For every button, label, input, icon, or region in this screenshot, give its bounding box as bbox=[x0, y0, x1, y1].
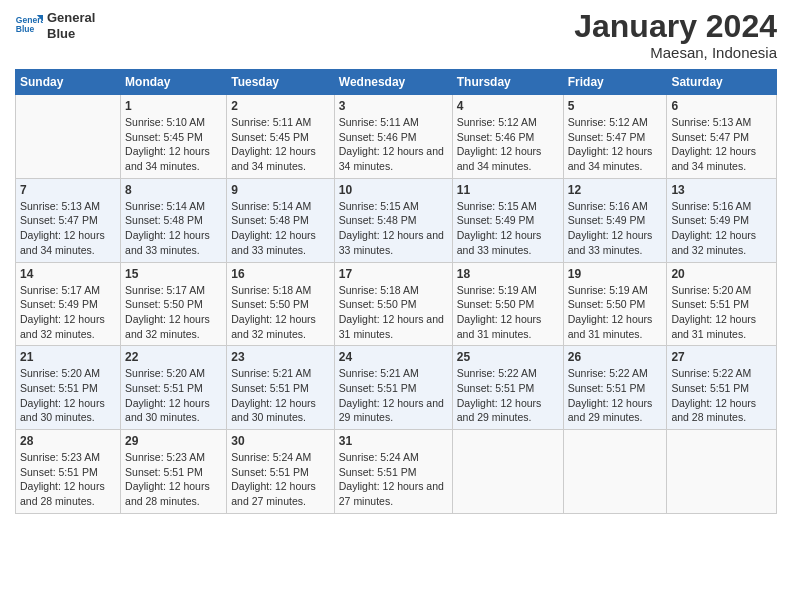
day-number: 27 bbox=[671, 350, 772, 364]
day-info: Sunrise: 5:18 AMSunset: 5:50 PMDaylight:… bbox=[339, 283, 448, 342]
calendar-cell: 13Sunrise: 5:16 AMSunset: 5:49 PMDayligh… bbox=[667, 178, 777, 262]
week-row-4: 21Sunrise: 5:20 AMSunset: 5:51 PMDayligh… bbox=[16, 346, 777, 430]
calendar-table: SundayMondayTuesdayWednesdayThursdayFrid… bbox=[15, 69, 777, 514]
week-row-2: 7Sunrise: 5:13 AMSunset: 5:47 PMDaylight… bbox=[16, 178, 777, 262]
day-info: Sunrise: 5:13 AMSunset: 5:47 PMDaylight:… bbox=[20, 199, 116, 258]
calendar-cell: 18Sunrise: 5:19 AMSunset: 5:50 PMDayligh… bbox=[452, 262, 563, 346]
logo-text: General Blue bbox=[47, 10, 95, 41]
day-info: Sunrise: 5:15 AMSunset: 5:48 PMDaylight:… bbox=[339, 199, 448, 258]
title-section: January 2024 Maesan, Indonesia bbox=[574, 10, 777, 61]
day-info: Sunrise: 5:20 AMSunset: 5:51 PMDaylight:… bbox=[20, 366, 116, 425]
day-info: Sunrise: 5:22 AMSunset: 5:51 PMDaylight:… bbox=[671, 366, 772, 425]
day-info: Sunrise: 5:17 AMSunset: 5:50 PMDaylight:… bbox=[125, 283, 222, 342]
column-header-monday: Monday bbox=[121, 70, 227, 95]
month-title: January 2024 bbox=[574, 10, 777, 42]
day-number: 16 bbox=[231, 267, 330, 281]
calendar-cell: 17Sunrise: 5:18 AMSunset: 5:50 PMDayligh… bbox=[334, 262, 452, 346]
calendar-cell: 31Sunrise: 5:24 AMSunset: 5:51 PMDayligh… bbox=[334, 430, 452, 514]
calendar-cell: 4Sunrise: 5:12 AMSunset: 5:46 PMDaylight… bbox=[452, 95, 563, 179]
column-header-tuesday: Tuesday bbox=[227, 70, 335, 95]
day-number: 20 bbox=[671, 267, 772, 281]
calendar-cell bbox=[667, 430, 777, 514]
day-info: Sunrise: 5:16 AMSunset: 5:49 PMDaylight:… bbox=[568, 199, 663, 258]
week-row-1: 1Sunrise: 5:10 AMSunset: 5:45 PMDaylight… bbox=[16, 95, 777, 179]
calendar-cell: 24Sunrise: 5:21 AMSunset: 5:51 PMDayligh… bbox=[334, 346, 452, 430]
day-info: Sunrise: 5:22 AMSunset: 5:51 PMDaylight:… bbox=[568, 366, 663, 425]
week-row-3: 14Sunrise: 5:17 AMSunset: 5:49 PMDayligh… bbox=[16, 262, 777, 346]
day-number: 22 bbox=[125, 350, 222, 364]
logo-line1: General bbox=[47, 10, 95, 26]
column-header-sunday: Sunday bbox=[16, 70, 121, 95]
calendar-header-row: SundayMondayTuesdayWednesdayThursdayFrid… bbox=[16, 70, 777, 95]
day-info: Sunrise: 5:11 AMSunset: 5:45 PMDaylight:… bbox=[231, 115, 330, 174]
calendar-cell: 9Sunrise: 5:14 AMSunset: 5:48 PMDaylight… bbox=[227, 178, 335, 262]
day-number: 1 bbox=[125, 99, 222, 113]
logo: General Blue General Blue bbox=[15, 10, 95, 41]
day-number: 25 bbox=[457, 350, 559, 364]
calendar-cell bbox=[563, 430, 667, 514]
svg-text:Blue: Blue bbox=[16, 24, 35, 34]
day-info: Sunrise: 5:20 AMSunset: 5:51 PMDaylight:… bbox=[125, 366, 222, 425]
day-number: 13 bbox=[671, 183, 772, 197]
day-number: 15 bbox=[125, 267, 222, 281]
column-header-friday: Friday bbox=[563, 70, 667, 95]
day-info: Sunrise: 5:12 AMSunset: 5:46 PMDaylight:… bbox=[457, 115, 559, 174]
day-number: 29 bbox=[125, 434, 222, 448]
day-info: Sunrise: 5:15 AMSunset: 5:49 PMDaylight:… bbox=[457, 199, 559, 258]
day-number: 8 bbox=[125, 183, 222, 197]
day-info: Sunrise: 5:22 AMSunset: 5:51 PMDaylight:… bbox=[457, 366, 559, 425]
day-number: 9 bbox=[231, 183, 330, 197]
calendar-cell: 16Sunrise: 5:18 AMSunset: 5:50 PMDayligh… bbox=[227, 262, 335, 346]
day-number: 10 bbox=[339, 183, 448, 197]
day-info: Sunrise: 5:19 AMSunset: 5:50 PMDaylight:… bbox=[568, 283, 663, 342]
week-row-5: 28Sunrise: 5:23 AMSunset: 5:51 PMDayligh… bbox=[16, 430, 777, 514]
calendar-cell: 20Sunrise: 5:20 AMSunset: 5:51 PMDayligh… bbox=[667, 262, 777, 346]
calendar-cell: 27Sunrise: 5:22 AMSunset: 5:51 PMDayligh… bbox=[667, 346, 777, 430]
calendar-cell: 14Sunrise: 5:17 AMSunset: 5:49 PMDayligh… bbox=[16, 262, 121, 346]
day-info: Sunrise: 5:21 AMSunset: 5:51 PMDaylight:… bbox=[231, 366, 330, 425]
day-info: Sunrise: 5:16 AMSunset: 5:49 PMDaylight:… bbox=[671, 199, 772, 258]
day-number: 7 bbox=[20, 183, 116, 197]
day-info: Sunrise: 5:24 AMSunset: 5:51 PMDaylight:… bbox=[231, 450, 330, 509]
calendar-cell: 8Sunrise: 5:14 AMSunset: 5:48 PMDaylight… bbox=[121, 178, 227, 262]
day-info: Sunrise: 5:24 AMSunset: 5:51 PMDaylight:… bbox=[339, 450, 448, 509]
day-info: Sunrise: 5:13 AMSunset: 5:47 PMDaylight:… bbox=[671, 115, 772, 174]
calendar-cell bbox=[452, 430, 563, 514]
location-title: Maesan, Indonesia bbox=[574, 44, 777, 61]
day-info: Sunrise: 5:19 AMSunset: 5:50 PMDaylight:… bbox=[457, 283, 559, 342]
day-info: Sunrise: 5:21 AMSunset: 5:51 PMDaylight:… bbox=[339, 366, 448, 425]
calendar-cell: 3Sunrise: 5:11 AMSunset: 5:46 PMDaylight… bbox=[334, 95, 452, 179]
day-number: 11 bbox=[457, 183, 559, 197]
day-number: 23 bbox=[231, 350, 330, 364]
day-number: 14 bbox=[20, 267, 116, 281]
calendar-cell: 19Sunrise: 5:19 AMSunset: 5:50 PMDayligh… bbox=[563, 262, 667, 346]
calendar-cell: 6Sunrise: 5:13 AMSunset: 5:47 PMDaylight… bbox=[667, 95, 777, 179]
calendar-cell: 26Sunrise: 5:22 AMSunset: 5:51 PMDayligh… bbox=[563, 346, 667, 430]
day-number: 3 bbox=[339, 99, 448, 113]
column-header-thursday: Thursday bbox=[452, 70, 563, 95]
day-info: Sunrise: 5:10 AMSunset: 5:45 PMDaylight:… bbox=[125, 115, 222, 174]
logo-line2: Blue bbox=[47, 26, 95, 42]
calendar-cell: 30Sunrise: 5:24 AMSunset: 5:51 PMDayligh… bbox=[227, 430, 335, 514]
calendar-cell: 29Sunrise: 5:23 AMSunset: 5:51 PMDayligh… bbox=[121, 430, 227, 514]
day-number: 2 bbox=[231, 99, 330, 113]
day-info: Sunrise: 5:18 AMSunset: 5:50 PMDaylight:… bbox=[231, 283, 330, 342]
calendar-cell: 21Sunrise: 5:20 AMSunset: 5:51 PMDayligh… bbox=[16, 346, 121, 430]
day-number: 18 bbox=[457, 267, 559, 281]
calendar-cell: 15Sunrise: 5:17 AMSunset: 5:50 PMDayligh… bbox=[121, 262, 227, 346]
calendar-cell: 2Sunrise: 5:11 AMSunset: 5:45 PMDaylight… bbox=[227, 95, 335, 179]
day-info: Sunrise: 5:23 AMSunset: 5:51 PMDaylight:… bbox=[125, 450, 222, 509]
calendar-cell: 23Sunrise: 5:21 AMSunset: 5:51 PMDayligh… bbox=[227, 346, 335, 430]
column-header-saturday: Saturday bbox=[667, 70, 777, 95]
day-info: Sunrise: 5:23 AMSunset: 5:51 PMDaylight:… bbox=[20, 450, 116, 509]
day-info: Sunrise: 5:20 AMSunset: 5:51 PMDaylight:… bbox=[671, 283, 772, 342]
day-info: Sunrise: 5:14 AMSunset: 5:48 PMDaylight:… bbox=[125, 199, 222, 258]
calendar-cell: 25Sunrise: 5:22 AMSunset: 5:51 PMDayligh… bbox=[452, 346, 563, 430]
day-info: Sunrise: 5:12 AMSunset: 5:47 PMDaylight:… bbox=[568, 115, 663, 174]
calendar-cell: 10Sunrise: 5:15 AMSunset: 5:48 PMDayligh… bbox=[334, 178, 452, 262]
day-number: 5 bbox=[568, 99, 663, 113]
day-number: 24 bbox=[339, 350, 448, 364]
day-info: Sunrise: 5:11 AMSunset: 5:46 PMDaylight:… bbox=[339, 115, 448, 174]
day-info: Sunrise: 5:14 AMSunset: 5:48 PMDaylight:… bbox=[231, 199, 330, 258]
day-number: 28 bbox=[20, 434, 116, 448]
